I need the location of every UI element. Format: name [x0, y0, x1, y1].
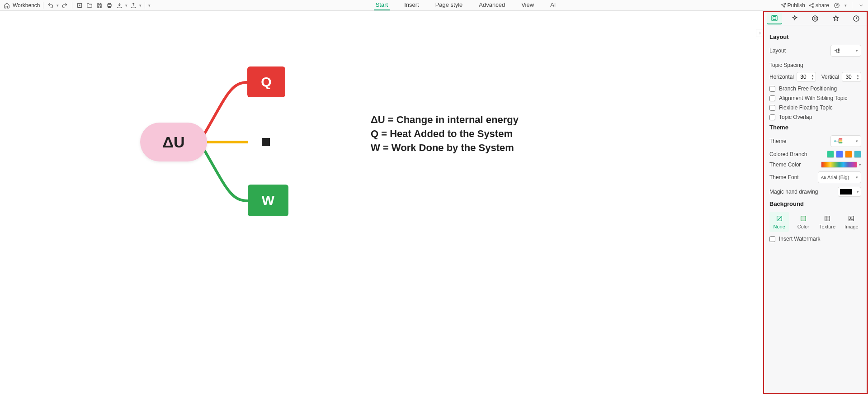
import-menu-caret[interactable]: ▾	[139, 3, 142, 8]
share-button[interactable]: share	[809, 2, 829, 9]
svg-rect-6	[772, 15, 777, 21]
section-title-layout: Layout	[769, 33, 861, 40]
check-insert-watermark[interactable]: Insert Watermark	[769, 236, 861, 242]
menu-advanced[interactable]: Advanced	[477, 0, 507, 10]
horizontal-spacing-value[interactable]	[797, 74, 810, 80]
check-branch-free[interactable]: Branch Free Positioning	[769, 85, 861, 92]
chevron-down-icon: ▾	[856, 175, 858, 180]
node-w[interactable]: W	[248, 185, 288, 216]
magic-hand-color-picker[interactable]: ▾	[838, 187, 861, 197]
check-align-sibling[interactable]: Alignment With Sibling Topic	[769, 95, 861, 101]
chevron-down-icon: ▾	[856, 139, 858, 143]
branch-swatch-4[interactable]	[854, 151, 861, 158]
svg-rect-21	[825, 216, 830, 221]
svg-point-14	[838, 52, 839, 52]
theme-selector[interactable]: ▾	[830, 135, 861, 147]
svg-rect-18	[839, 142, 842, 144]
redo-icon[interactable]	[61, 1, 69, 9]
checkbox[interactable]	[769, 236, 775, 242]
menu-ai[interactable]: AI	[548, 0, 557, 10]
check-label: Insert Watermark	[779, 236, 821, 242]
check-label: Topic Overlap	[779, 114, 812, 120]
bg-option-image[interactable]: Image	[842, 212, 861, 232]
layout-selector[interactable]: ▾	[830, 45, 861, 57]
publish-button[interactable]: Publish	[781, 2, 805, 9]
home-icon[interactable]	[3, 1, 11, 9]
undo-menu-caret[interactable]: ▾	[57, 3, 59, 8]
undo-icon[interactable]	[47, 1, 55, 9]
publish-label: Publish	[788, 2, 805, 9]
open-folder-icon[interactable]	[85, 1, 94, 9]
color-chip	[840, 189, 852, 195]
save-icon[interactable]	[95, 1, 104, 9]
bg-label: Texture	[819, 224, 835, 229]
help-menu-caret[interactable]: ▾	[844, 3, 847, 8]
layout-tree-icon	[834, 48, 841, 53]
bg-option-none[interactable]: None	[769, 212, 789, 232]
branch-swatch-1[interactable]	[827, 151, 834, 158]
svg-rect-1	[108, 4, 111, 6]
print-icon[interactable]	[105, 1, 113, 9]
checkbox[interactable]	[769, 86, 775, 92]
collapse-toolbar-icon[interactable]	[857, 1, 865, 9]
toolbar-right: Publish share ▾	[781, 1, 865, 9]
menu-page-style[interactable]: Page style	[434, 0, 465, 10]
branch-swatch-2[interactable]	[836, 151, 843, 158]
branch-swatch-3[interactable]	[845, 151, 852, 158]
horizontal-spacing-input[interactable]: ▲▼	[797, 72, 816, 82]
checkbox[interactable]	[769, 114, 775, 120]
theme-color-picker[interactable]: ▾	[821, 161, 861, 168]
menu-view[interactable]: View	[519, 0, 536, 10]
legend-line-1: ΔU = Change in internal energy	[371, 113, 519, 127]
node-minus[interactable]	[262, 138, 270, 146]
checkbox[interactable]	[769, 95, 775, 101]
check-flexible-floating[interactable]: Flexible Floating Topic	[769, 104, 861, 111]
bg-option-texture[interactable]: Texture	[818, 212, 837, 232]
image-icon	[848, 215, 855, 222]
vertical-spacing-value[interactable]	[842, 74, 855, 80]
svg-point-23	[850, 217, 852, 218]
svg-point-2	[812, 3, 813, 5]
legend-text[interactable]: ΔU = Change in internal energy Q = Heat …	[371, 113, 519, 155]
label-vertical: Vertical	[821, 74, 839, 80]
separator	[43, 2, 43, 9]
legend-line-3: W = Work Done by the System	[371, 141, 519, 155]
svg-point-10	[816, 18, 816, 18]
node-root[interactable]: ΔU	[140, 123, 207, 161]
panel-tab-layout-icon[interactable]	[767, 13, 782, 24]
mindmap-connectors	[0, 11, 601, 394]
panel-collapse-handle[interactable]	[756, 29, 763, 37]
bg-label: Image	[844, 224, 859, 229]
panel-tab-history-icon[interactable]	[849, 13, 864, 24]
theme-color-bar	[821, 161, 857, 168]
panel-tab-ai-icon[interactable]	[787, 13, 802, 24]
label-theme-font: Theme Font	[769, 174, 799, 180]
svg-rect-16	[839, 138, 842, 140]
node-q[interactable]: Q	[247, 66, 285, 97]
menu-bar: Start Insert Page style Advanced View AI	[151, 0, 780, 10]
help-icon[interactable]	[833, 1, 841, 9]
chevron-down-icon: ▾	[857, 190, 859, 194]
svg-point-4	[812, 6, 813, 8]
section-title-theme: Theme	[769, 124, 861, 131]
legend-line-2: Q = Heat Added to the System	[371, 127, 519, 141]
import-icon[interactable]	[129, 1, 137, 9]
new-file-icon[interactable]	[75, 1, 84, 9]
vertical-spacing-input[interactable]: ▲▼	[842, 72, 861, 82]
check-topic-overlap[interactable]: Topic Overlap	[769, 114, 861, 120]
theme-font-selector[interactable]: AaArial (Big) ▾	[818, 171, 861, 183]
svg-point-8	[812, 16, 818, 21]
menu-start[interactable]: Start	[374, 0, 390, 10]
checkbox[interactable]	[769, 105, 775, 111]
separator	[145, 2, 145, 9]
label-layout: Layout	[769, 47, 786, 54]
export-icon[interactable]	[115, 1, 123, 9]
panel-tab-emoji-icon[interactable]	[807, 13, 823, 24]
panel-tab-shape-icon[interactable]	[828, 13, 844, 24]
workbench-link[interactable]: Workbench	[13, 2, 40, 9]
export-menu-caret[interactable]: ▾	[125, 3, 127, 8]
none-icon	[776, 215, 783, 222]
canvas[interactable]: ΔU Q W ΔU = Change in internal energy Q …	[0, 11, 763, 394]
bg-option-color[interactable]: Color	[793, 212, 813, 232]
menu-insert[interactable]: Insert	[402, 0, 421, 10]
